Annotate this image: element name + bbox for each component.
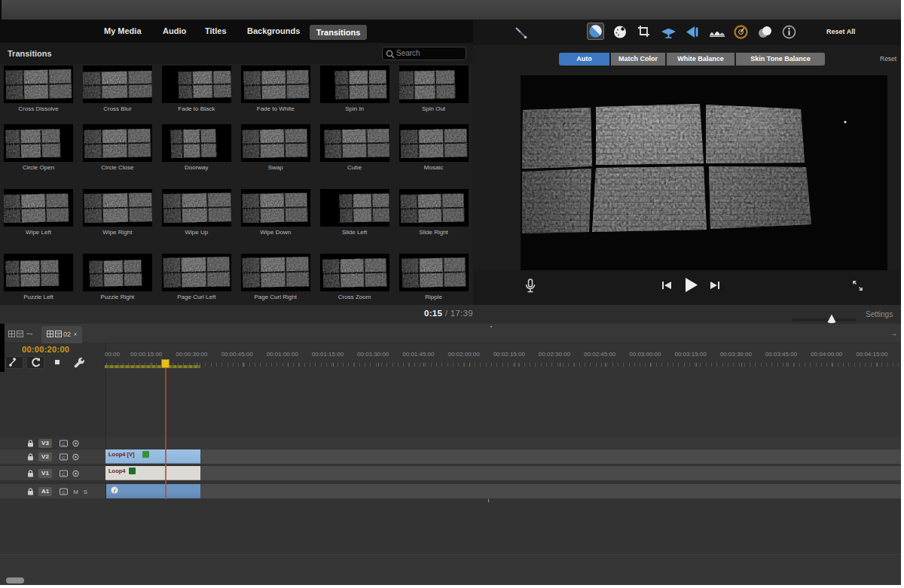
svg-text:×: ×	[74, 331, 78, 338]
svg-text:C: C	[62, 441, 66, 446]
svg-text:M: M	[73, 489, 78, 495]
svg-text:02: 02	[63, 331, 71, 338]
svg-text:C: C	[62, 489, 66, 494]
svg-text:S: S	[84, 489, 87, 495]
svg-text:C: C	[62, 471, 66, 476]
svg-text:C: C	[62, 455, 66, 459]
